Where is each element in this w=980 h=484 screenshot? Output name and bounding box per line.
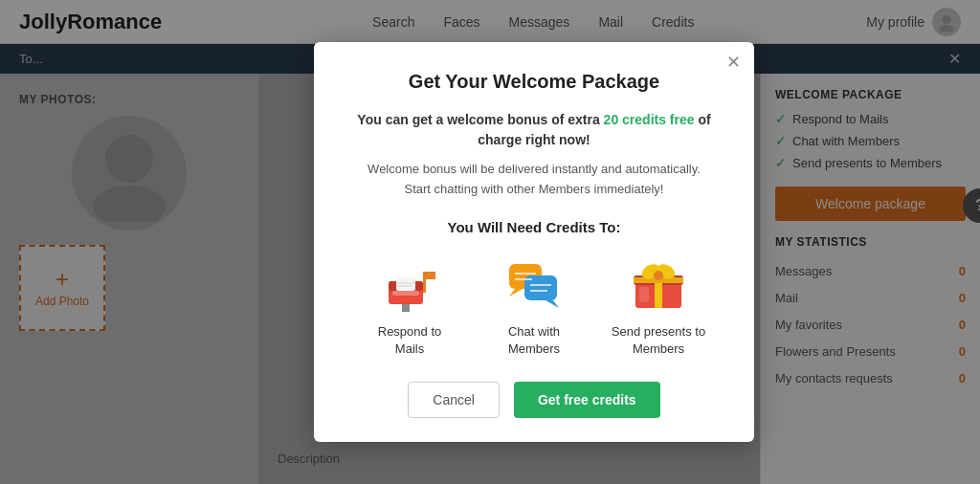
svg-rect-23 <box>655 283 662 308</box>
modal-subtitle: You can get a welcome bonus of extra 20 … <box>347 110 721 150</box>
svg-rect-6 <box>423 272 426 293</box>
modal-close-button[interactable]: ✕ <box>726 52 741 73</box>
svg-rect-8 <box>392 291 419 296</box>
credit-icon-mails: Respond to Mails <box>362 254 457 358</box>
svg-marker-14 <box>509 289 523 297</box>
cancel-button[interactable]: Cancel <box>408 382 500 418</box>
svg-rect-12 <box>402 304 410 312</box>
credit-icon-gift: Send presents to Members <box>611 254 706 358</box>
modal-title: Get Your Welcome Package <box>347 71 721 93</box>
credit-label-gift: Send presents to Members <box>611 323 706 358</box>
modal-actions: Cancel Get free credits <box>347 382 721 418</box>
credit-label-chat: Chat with Members <box>486 323 582 358</box>
modal-welcome-package: ✕ Get Your Welcome Package You can get a… <box>314 42 754 442</box>
modal-needs-title: You Will Need Credits To: <box>347 219 721 235</box>
credit-label-mails: Respond to Mails <box>362 323 457 358</box>
svg-rect-28 <box>639 287 649 302</box>
credit-icon-chat: Chat with Members <box>486 254 582 358</box>
get-credits-button[interactable]: Get free credits <box>514 382 660 418</box>
credits-icons-row: Respond to Mails Chat with Members <box>347 254 721 358</box>
svg-rect-9 <box>396 277 415 291</box>
subtitle-part1: You can get a welcome bonus of extra <box>357 112 603 127</box>
svg-rect-7 <box>426 272 435 279</box>
svg-point-27 <box>654 271 663 280</box>
modal-desc: Welcome bonus will be delivered instantl… <box>347 160 721 200</box>
svg-marker-16 <box>546 300 559 308</box>
subtitle-highlight: 20 credits free <box>604 112 695 127</box>
